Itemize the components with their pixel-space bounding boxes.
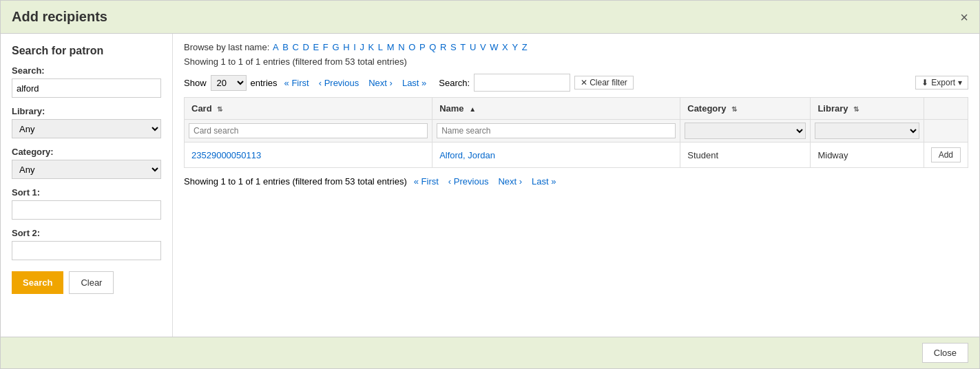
category-sort-icon: ⇅	[731, 105, 737, 113]
browse-letter-t[interactable]: T	[460, 42, 466, 52]
name-column-header[interactable]: Name ▲	[432, 98, 680, 120]
name-link[interactable]: Alford, Jordan	[439, 150, 495, 160]
add-cell: Add	[924, 143, 968, 168]
browse-letter-g[interactable]: G	[332, 42, 339, 52]
name-sort-icon: ▲	[469, 105, 476, 113]
browse-letter-i[interactable]: I	[353, 42, 356, 52]
search-field-group: Search:	[12, 65, 161, 98]
left-panel: Search for patron Search: Library: Any C…	[1, 34, 173, 337]
category-label: Category:	[12, 147, 161, 157]
card-link[interactable]: 23529000050113	[191, 150, 261, 160]
sort1-label: Sort 1:	[12, 187, 161, 198]
add-button[interactable]: Add	[931, 147, 961, 162]
clear-filter-button[interactable]: ✕ Clear filter	[574, 76, 634, 89]
card-search-input[interactable]	[189, 123, 428, 138]
library-sort-icon: ⇅	[853, 105, 859, 113]
right-panel: Browse by last name: A B C D E F G H I J…	[173, 34, 979, 337]
modal-title: Add recipients	[12, 9, 107, 25]
name-search-input[interactable]	[437, 123, 676, 138]
actions-column-header	[924, 98, 968, 120]
close-modal-button[interactable]: Close	[922, 343, 968, 363]
browse-letter-w[interactable]: W	[490, 42, 498, 52]
browse-label: Browse by last name:	[184, 42, 269, 52]
browse-letter-m[interactable]: M	[387, 42, 395, 52]
results-table: Card ⇅ Name ▲ Category ⇅ Library	[184, 97, 968, 168]
export-button[interactable]: ⬇ Export ▾	[915, 76, 968, 89]
browse-letter-u[interactable]: U	[470, 42, 476, 52]
category-cell: Student	[680, 143, 811, 168]
card-search-cell	[185, 120, 432, 143]
search-input[interactable]	[12, 78, 161, 98]
sort1-field-group: Sort 1:	[12, 187, 161, 220]
show-entries-select[interactable]: 10 20 50 100	[211, 75, 247, 91]
showing-info-bottom: Showing 1 to 1 of 1 entries (filtered fr…	[184, 176, 407, 187]
showing-info-top: Showing 1 to 1 of 1 entries (filtered fr…	[184, 56, 968, 67]
browse-letter-y[interactable]: Y	[512, 42, 518, 52]
browse-letter-j[interactable]: J	[359, 42, 364, 52]
last-button-bottom[interactable]: Last »	[529, 175, 559, 188]
card-column-header[interactable]: Card ⇅	[185, 98, 432, 120]
browse-letter-n[interactable]: N	[398, 42, 404, 52]
datatable-controls-top: Show 10 20 50 100 entries « First ‹ Prev…	[184, 74, 968, 92]
browse-letter-k[interactable]: K	[368, 42, 375, 52]
search-filter-label: Search:	[439, 78, 470, 88]
search-label: Search:	[12, 65, 161, 76]
browse-letter-s[interactable]: S	[450, 42, 457, 52]
export-dropdown-icon: ▾	[958, 78, 962, 87]
browse-letter-v[interactable]: V	[480, 42, 486, 52]
library-search-select[interactable]	[815, 123, 919, 139]
download-icon: ⬇	[921, 78, 928, 87]
browse-letter-r[interactable]: R	[440, 42, 446, 52]
last-button-top[interactable]: Last »	[399, 76, 429, 89]
sort2-field-group: Sort 2:	[12, 228, 161, 260]
browse-letter-b[interactable]: B	[282, 42, 289, 52]
category-field-group: Category: Any	[12, 147, 161, 179]
browse-letter-l[interactable]: L	[378, 42, 383, 52]
library-field-group: Library: Any	[12, 106, 161, 138]
first-button-top[interactable]: « First	[282, 76, 312, 89]
next-button-top[interactable]: Next ›	[366, 76, 395, 89]
name-search-cell	[432, 120, 680, 143]
library-select[interactable]: Any	[12, 119, 161, 138]
search-heading: Search for patron	[12, 45, 161, 57]
table-row: 23529000050113 Alford, Jordan Student Mi…	[185, 143, 968, 168]
first-button-bottom[interactable]: « First	[411, 175, 441, 188]
previous-button-bottom[interactable]: ‹ Previous	[446, 175, 492, 188]
browse-letter-z[interactable]: Z	[522, 42, 528, 52]
category-search-cell	[680, 120, 811, 143]
library-search-cell	[811, 120, 924, 143]
modal-header: Add recipients ×	[1, 1, 979, 34]
search-button[interactable]: Search	[12, 271, 63, 294]
category-select[interactable]: Any	[12, 160, 161, 179]
sort2-label: Sort 2:	[12, 228, 161, 238]
previous-button-top[interactable]: ‹ Previous	[316, 76, 362, 89]
category-search-select[interactable]	[685, 123, 806, 139]
sort2-input[interactable]	[12, 241, 161, 260]
library-cell: Midway	[811, 143, 924, 168]
actions-search-cell	[924, 120, 968, 143]
entries-label: entries	[251, 78, 278, 88]
browse-letter-d[interactable]: D	[303, 42, 309, 52]
modal-close-button[interactable]: ×	[960, 10, 968, 24]
modal-body: Search for patron Search: Library: Any C…	[1, 34, 979, 337]
library-column-header[interactable]: Library ⇅	[811, 98, 924, 120]
browse-letter-o[interactable]: O	[408, 42, 415, 52]
browse-letter-e[interactable]: E	[313, 42, 320, 52]
table-header-row: Card ⇅ Name ▲ Category ⇅ Library	[185, 98, 968, 120]
browse-letter-q[interactable]: Q	[429, 42, 436, 52]
sort1-input[interactable]	[12, 200, 161, 220]
browse-letter-p[interactable]: P	[419, 42, 426, 52]
clear-button[interactable]: Clear	[69, 271, 114, 294]
browse-letter-h[interactable]: H	[343, 42, 349, 52]
category-column-header[interactable]: Category ⇅	[680, 98, 811, 120]
search-filter-input[interactable]	[474, 74, 570, 92]
browse-letter-f[interactable]: F	[323, 42, 329, 52]
browse-letter-a[interactable]: A	[273, 42, 279, 52]
browse-letter-x[interactable]: X	[502, 42, 508, 52]
card-sort-icon: ⇅	[217, 105, 222, 113]
datatable-controls-bottom: Showing 1 to 1 of 1 entries (filtered fr…	[184, 175, 968, 188]
name-cell: Alford, Jordan	[432, 143, 680, 168]
show-label: Show	[184, 78, 207, 88]
browse-letter-c[interactable]: C	[293, 42, 299, 52]
next-button-bottom[interactable]: Next ›	[495, 175, 525, 188]
